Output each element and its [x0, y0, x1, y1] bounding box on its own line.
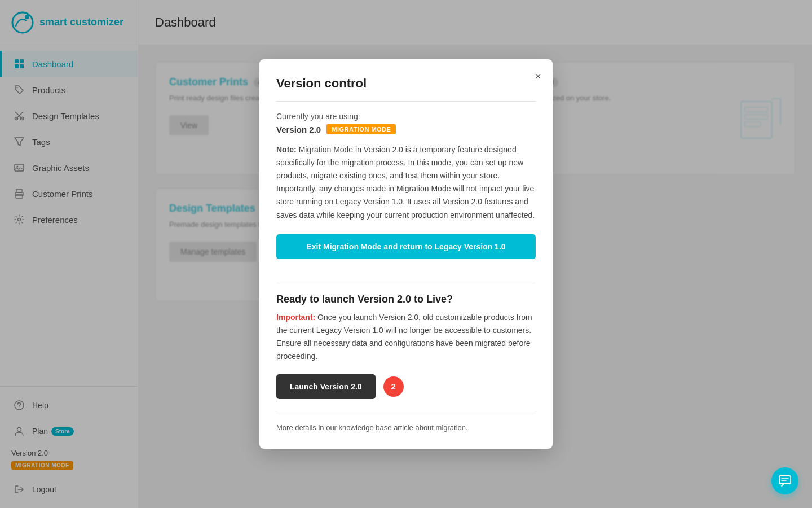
chat-icon — [778, 474, 792, 488]
modal-divider-mid — [276, 283, 536, 283]
exit-migration-button[interactable]: Exit Migration Mode and return to Legacy… — [276, 234, 536, 259]
note-text: Migration Mode in Version 2.0 is a tempo… — [276, 145, 535, 219]
modal-migration-badge: MIGRATION MODE — [326, 124, 396, 134]
footer-text: More details in our — [276, 423, 339, 432]
modal-note: Note: Migration Mode in Version 2.0 is a… — [276, 143, 536, 222]
version-control-modal: × Version control Currently you are usin… — [259, 59, 553, 449]
modal-overlay: × Version control Currently you are usin… — [138, 0, 812, 508]
chat-bubble-button[interactable] — [771, 467, 798, 494]
modal-important-text: Important: Once you launch Version 2.0, … — [276, 311, 536, 363]
launch-section-title: Ready to launch Version 2.0 to Live? — [276, 294, 536, 305]
modal-version-text: Version 2.0 — [276, 125, 321, 134]
modal-close-button[interactable]: × — [532, 68, 544, 84]
footer-link[interactable]: knowledge base article about migration. — [339, 423, 468, 432]
modal-current-label: Currently you are using: — [276, 112, 536, 121]
important-bold: Important: — [276, 313, 315, 322]
note-bold: Note: — [276, 145, 297, 154]
modal-footer-text: More details in our knowledge base artic… — [276, 423, 536, 432]
main-area: Dashboard Customer Prints 45 Print ready… — [138, 0, 812, 508]
svg-rect-27 — [779, 476, 791, 484]
launch-counter: 2 — [383, 376, 404, 397]
modal-version-row: Version 2.0 MIGRATION MODE — [276, 124, 536, 134]
launch-version-button[interactable]: Launch Version 2.0 — [276, 374, 376, 399]
modal-divider-bottom — [276, 413, 536, 413]
launch-row: Launch Version 2.0 2 — [276, 374, 536, 399]
modal-divider-top — [276, 101, 536, 102]
important-text: Once you launch Version 2.0, old customi… — [276, 313, 532, 361]
modal-title: Version control — [276, 76, 536, 91]
